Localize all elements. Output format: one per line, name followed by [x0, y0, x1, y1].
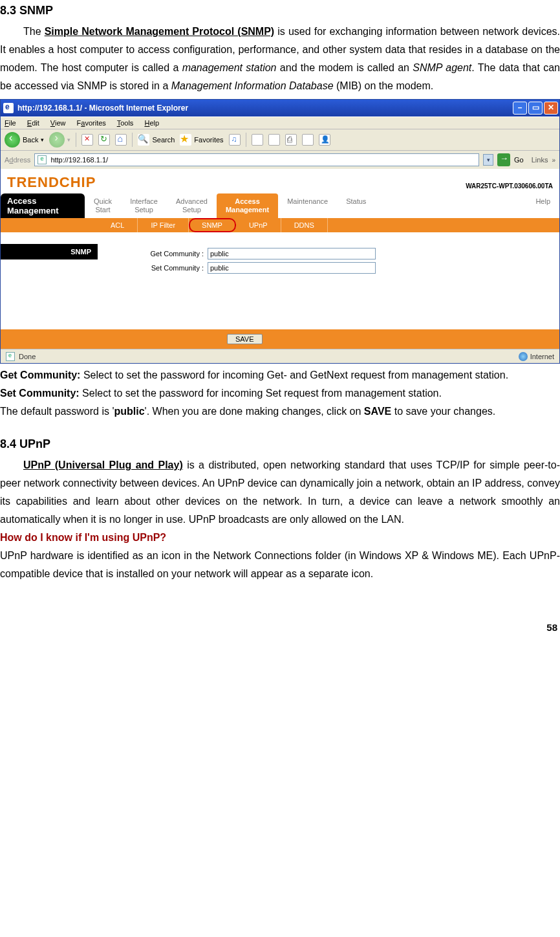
- toolbar: Back ▾ ▾ Search Favorites: [1, 129, 559, 150]
- tab-help[interactable]: Help: [526, 193, 559, 218]
- messenger-button[interactable]: [319, 134, 330, 146]
- globe-icon: [519, 352, 528, 361]
- menu-edit[interactable]: Edit: [27, 119, 39, 127]
- upnp-question: How do I know if I'm using UPnP?: [0, 529, 560, 547]
- section-heading-snmp: 8.3 SNMP: [0, 4, 560, 17]
- media-button[interactable]: [229, 134, 241, 146]
- subtab-snmp[interactable]: SNMP: [189, 218, 236, 232]
- go-button[interactable]: [497, 153, 510, 166]
- close-button[interactable]: ✕: [544, 102, 558, 115]
- t: The default password is ': [0, 406, 114, 417]
- get-community-label: Get Community :: [136, 250, 208, 258]
- tab-maintenance[interactable]: Maintenance: [278, 193, 337, 218]
- brand-logo: TRENDCHIP: [7, 174, 96, 191]
- edit-button[interactable]: [302, 134, 314, 146]
- tab-advanced-setup[interactable]: AdvancedSetup: [167, 193, 217, 218]
- main-tab-row: AccessManagement QuickStart InterfaceSet…: [1, 193, 559, 218]
- em-management-station: management station: [182, 62, 277, 73]
- favorites-label: Favorites: [194, 136, 223, 144]
- menu-favorites[interactable]: Favorites: [77, 119, 106, 127]
- default-password-note: The default password is 'public'. When y…: [0, 402, 560, 421]
- tab-status[interactable]: Status: [337, 193, 375, 218]
- star-icon: [180, 134, 191, 146]
- menu-file[interactable]: File: [5, 119, 16, 127]
- tab-interface-setup[interactable]: InterfaceSetup: [121, 193, 167, 218]
- links-chevron-icon[interactable]: »: [552, 157, 555, 164]
- subtab-ip-filter[interactable]: IP Filter: [138, 218, 189, 232]
- page-icon: [38, 155, 47, 164]
- t: (MIB) on the modem.: [334, 80, 434, 91]
- window-title: http://192.168.1.1/ - Microsoft Internet…: [17, 104, 188, 113]
- stop-button[interactable]: [81, 134, 93, 146]
- snmp-link: Simple Network Management Protocol (SNMP…: [45, 26, 275, 37]
- search-label: Search: [152, 136, 175, 144]
- default-password: public: [114, 406, 144, 417]
- subtab-ddns[interactable]: DDNS: [281, 218, 328, 232]
- go-label: Go: [514, 156, 524, 164]
- get-community-input[interactable]: [208, 248, 376, 259]
- home-button[interactable]: [115, 134, 127, 146]
- t: and the modem is called an: [277, 62, 413, 73]
- firmware-version: WAR25TC-WPT.030606.00TA: [466, 182, 553, 191]
- back-icon: [5, 132, 20, 148]
- get-community-desc: Get Community: Select to set the passwor…: [0, 366, 560, 384]
- save-button[interactable]: SAVE: [227, 334, 263, 344]
- address-label: Address: [5, 156, 30, 164]
- history-button[interactable]: [252, 134, 263, 146]
- url-dropdown[interactable]: ▾: [483, 154, 493, 166]
- minimize-button[interactable]: –: [513, 102, 527, 115]
- menu-tools[interactable]: Tools: [117, 119, 134, 127]
- links-label[interactable]: Links: [528, 156, 548, 164]
- get-community-term: Get Community:: [0, 369, 80, 380]
- t: Select to set the password for incoming …: [80, 388, 442, 399]
- print-button[interactable]: [285, 134, 297, 146]
- titlebar: http://192.168.1.1/ - Microsoft Internet…: [1, 100, 559, 116]
- subtab-acl[interactable]: ACL: [98, 218, 138, 232]
- section-heading-upnp: 8.4 UPnP: [0, 437, 560, 451]
- t: The: [23, 26, 45, 37]
- back-button[interactable]: Back ▾: [5, 132, 44, 148]
- subtab-upnp[interactable]: UPnP: [236, 218, 281, 232]
- favorites-button[interactable]: Favorites: [180, 134, 223, 146]
- panel-heading-snmp: SNMP: [1, 244, 98, 259]
- upnp-link: UPnP (Universal Plug and Play): [23, 459, 183, 470]
- set-community-desc: Set Community: Select to set the passwor…: [0, 384, 560, 402]
- upnp-paragraph: UPnP (Universal Plug and Play) is a dist…: [0, 456, 560, 529]
- url-input[interactable]: [49, 155, 476, 164]
- set-community-label: Set Community :: [136, 264, 208, 272]
- router-page: TRENDCHIP WAR25TC-WPT.030606.00TA Access…: [1, 169, 559, 349]
- save-bar: SAVE: [1, 329, 559, 349]
- menu-help[interactable]: Help: [144, 119, 159, 127]
- t: '. When you are done making changes, cli…: [145, 406, 364, 417]
- refresh-button[interactable]: [98, 134, 110, 146]
- back-label: Back: [23, 136, 38, 144]
- snmp-intro-paragraph: The Simple Network Management Protocol (…: [0, 23, 560, 95]
- status-text: Done: [19, 353, 36, 360]
- zone-label: Internet: [530, 353, 554, 360]
- t: Select to set the password for incoming …: [80, 369, 508, 380]
- set-community-term: Set Community:: [0, 388, 80, 399]
- em-mib: Management Information Database: [171, 80, 334, 91]
- search-button[interactable]: Search: [138, 134, 175, 146]
- mail-button[interactable]: [268, 134, 280, 146]
- forward-icon: [49, 132, 65, 148]
- maximize-button[interactable]: ▭: [528, 102, 543, 115]
- set-community-input[interactable]: [208, 262, 376, 274]
- browser-window: http://192.168.1.1/ - Microsoft Internet…: [0, 99, 560, 364]
- t: to save your changes.: [391, 406, 495, 417]
- tab-quick-start[interactable]: QuickStart: [85, 193, 121, 218]
- sub-tab-row: ACL IP Filter SNMP UPnP DDNS: [1, 218, 559, 232]
- address-field[interactable]: [34, 153, 479, 166]
- address-bar: Address ▾ Go Links »: [1, 150, 559, 169]
- tab-access-management[interactable]: AccessManagement: [217, 193, 278, 218]
- forward-button[interactable]: ▾: [49, 132, 70, 148]
- save-word: SAVE: [364, 406, 391, 417]
- page-number: 58: [0, 622, 560, 633]
- em-snmp-agent: SNMP agent: [413, 62, 471, 73]
- ie-icon: [3, 103, 14, 113]
- menubar: File Edit View Favorites Tools Help: [1, 116, 559, 129]
- menu-view[interactable]: View: [50, 119, 66, 127]
- status-bar: Done Internet: [1, 349, 559, 363]
- done-icon: [6, 352, 15, 361]
- upnp-answer: UPnP hardware is identified as an icon i…: [0, 547, 560, 583]
